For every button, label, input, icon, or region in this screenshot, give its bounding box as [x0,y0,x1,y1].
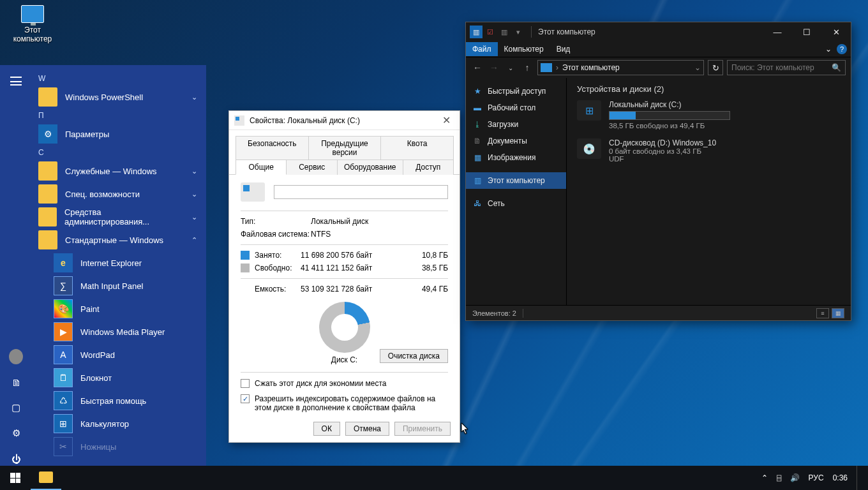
nav-history-icon[interactable]: ⌄ [504,61,517,74]
tab-general[interactable]: Общие [236,160,287,175]
desktop-icon-label: Этот компьютер [10,26,55,43]
drive-name-input[interactable] [274,185,448,199]
letter-header[interactable]: W [32,71,206,85]
hamburger-icon[interactable] [10,77,22,85]
app-accessibility[interactable]: Спец. возможности⌄ [32,182,206,205]
tree-network[interactable]: 🖧Сеть [466,195,566,212]
show-desktop-button[interactable] [857,466,860,490]
ribbon-tab-computer[interactable]: Компьютер [498,42,550,56]
refresh-button[interactable]: ↻ [708,60,723,75]
nav-up-button[interactable]: ↑ [521,61,534,74]
tree-desktop[interactable]: ▬Рабочий стол [466,100,566,116]
group-header[interactable]: Устройства и диски (2) [577,84,841,94]
tray-volume-icon[interactable]: 🔊 [790,473,800,482]
folder-icon [38,230,57,249]
ribbon-tab-view[interactable]: Вид [550,42,577,56]
chevron-down-icon: ⌄ [191,93,197,101]
close-icon[interactable]: ✕ [438,114,454,126]
start-app-list: W Windows PowerShell⌄ П ⚙Параметры С Слу… [32,65,206,466]
wmp-icon: ▶ [54,322,73,341]
app-ie[interactable]: eInternet Explorer [47,251,206,274]
disk-cleanup-button[interactable]: Очистка диска [380,349,448,363]
cancel-button[interactable]: Отмена [345,422,389,436]
compress-checkbox[interactable] [241,379,250,388]
app-calculator[interactable]: ⊞Калькулятор [47,412,206,435]
window-title: Этот компьютер [538,27,595,36]
pc-icon: ▥ [472,176,483,185]
calculator-icon: ⊞ [54,414,73,433]
tab-access[interactable]: Доступ [403,160,454,175]
app-powershell[interactable]: Windows PowerShell⌄ [32,85,206,108]
tab-security[interactable]: Безопасность [236,136,309,160]
app-wordpad[interactable]: AWordPad [47,343,206,366]
app-settings[interactable]: ⚙Параметры [32,122,206,145]
index-checkbox[interactable]: ✓ [241,394,250,403]
nav-back-button[interactable]: ← [471,61,484,74]
document-icon: 🗎 [472,137,483,145]
view-tiles-button[interactable]: ▦ [832,308,844,318]
nav-forward-button[interactable]: → [488,61,500,74]
checkbox-label: Сжать этот диск для экономии места [255,379,386,388]
tab-quota[interactable]: Квота [380,136,454,160]
start-menu: 🗎 ▢ ⚙ ⏻ W Windows PowerShell⌄ П ⚙Парамет… [0,65,206,466]
dialog-titlebar[interactable]: Свойства: Локальный диск (C:) ✕ [229,111,460,130]
search-input[interactable]: Поиск: Этот компьютер🔍 [727,60,846,75]
app-paint[interactable]: 🎨Paint [47,297,206,320]
explorer-titlebar[interactable]: ▥ ☑ ▥ ▾ Этот компьютер — ☐ ✕ [466,22,851,41]
ok-button[interactable]: ОК [313,422,340,436]
dialog-title: Свойства: Локальный диск (C:) [250,116,360,125]
app-math[interactable]: ∑Math Input Panel [47,274,206,297]
view-details-button[interactable]: ≡ [816,308,829,318]
ribbon-expand-icon[interactable]: ⌄ [825,45,832,54]
drive-item-d[interactable]: 💿 CD-дисковод (D:) Windows_10 0 байт сво… [577,138,841,163]
drive-item-c[interactable]: ⊞ Локальный диск (C:) 38,5 ГБ свободно и… [577,100,841,130]
close-button[interactable]: ✕ [821,22,851,41]
tray-clock[interactable]: 0:36 [833,473,848,482]
letter-header[interactable]: С [32,145,206,160]
address-bar[interactable]: › Этот компьютер ⌄ [537,60,704,75]
settings-icon[interactable]: ⚙ [9,426,23,440]
qat-properties-icon[interactable]: ☑ [484,26,497,38]
tray-overflow-icon[interactable]: ⌃ [761,473,768,482]
power-icon[interactable]: ⏻ [9,452,23,466]
tray-network-icon[interactable]: ⌸ [777,473,781,482]
maximize-button[interactable]: ☐ [792,22,821,41]
used-swatch [241,251,250,260]
tree-this-pc[interactable]: ▥Этот компьютер [466,172,566,189]
folder-icon [38,161,57,181]
app-admin-tools[interactable]: Средства администрирования...⌄ [32,205,206,228]
start-button[interactable] [0,466,31,490]
user-avatar[interactable] [9,350,23,364]
tab-hardware[interactable]: Оборудование [337,160,403,175]
qat-dropdown-icon[interactable]: ▾ [512,26,525,38]
properties-dialog: Свойства: Локальный диск (C:) ✕ Безопасн… [228,110,460,443]
help-icon[interactable]: ? [837,44,847,54]
tree-pictures[interactable]: ▦Изображения [466,149,566,166]
tab-strip: Безопасность Предыдущие версии Квота Общ… [229,130,460,175]
pictures-icon[interactable]: ▢ [9,401,23,415]
tree-quick-access[interactable]: ★Быстрый доступ [466,83,566,100]
tab-previous[interactable]: Предыдущие версии [308,136,382,160]
tree-documents[interactable]: 🗎Документы [466,133,566,149]
taskbar-explorer[interactable] [31,466,61,490]
chevron-down-icon[interactable]: ⌄ [694,63,701,72]
ribbon-tab-file[interactable]: Файл [466,42,498,56]
apply-button[interactable]: Применить [394,422,451,436]
tray-language[interactable]: РУС [809,473,824,482]
minimize-button[interactable]: — [763,22,792,41]
letter-header[interactable]: П [32,108,206,122]
app-standard[interactable]: Стандартные — Windows⌃ [32,228,206,251]
app-quick-assist[interactable]: ♺Быстрая помощь [47,389,206,412]
app-wmp[interactable]: ▶Windows Media Player [47,320,206,343]
app-utilities[interactable]: Служебные — Windows⌄ [32,160,206,182]
tree-downloads[interactable]: ⭳Загрузки [466,116,566,133]
app-notepad[interactable]: 🗒Блокнот [47,366,206,389]
qat-new-folder-icon[interactable]: ▥ [498,26,511,38]
app-scissors[interactable]: ✂Ножницы [47,435,206,458]
documents-icon[interactable]: 🗎 [9,375,23,389]
nav-tree: ★Быстрый доступ ▬Рабочий стол ⭳Загрузки … [466,78,567,305]
checkbox-label: Разрешить индексировать содержимое файло… [255,394,448,412]
tab-service[interactable]: Сервис [286,160,337,175]
paint-icon: 🎨 [54,299,73,318]
desktop-icon-this-pc[interactable]: Этот компьютер [10,5,55,43]
